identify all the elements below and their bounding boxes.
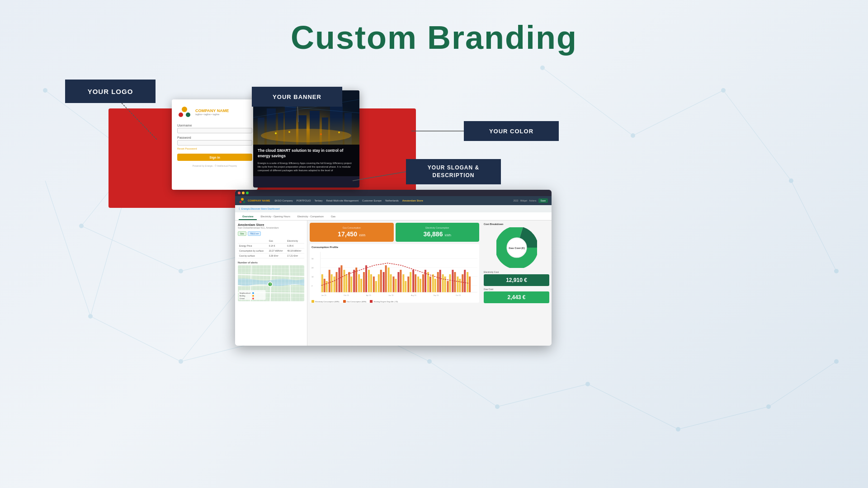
nav-item-portfolio[interactable]: PORTFOLIO: [297, 199, 311, 202]
nav-year[interactable]: 2022: [514, 199, 519, 202]
svg-rect-132: [417, 277, 419, 292]
svg-rect-121: [390, 274, 392, 292]
nav-item-ekso[interactable]: EKSO Company: [274, 199, 292, 202]
password-input[interactable]: [177, 140, 252, 145]
svg-rect-146: [452, 270, 453, 292]
metrics-table: Gas Electricity Energy Price 0.14 € 0.35…: [238, 239, 304, 258]
dashboard-tabs: Overview Electricity - Opening Hours Ele…: [235, 212, 552, 221]
annotation-color-box: YOUR COLOR: [464, 121, 559, 141]
chart-legend: Electricity Consumption (kWh) Gas Consum…: [311, 300, 477, 303]
gas-cost-value: 2,443 €: [488, 294, 545, 300]
svg-line-74: [289, 265, 291, 301]
svg-rect-148: [457, 277, 458, 292]
svg-point-75: [268, 282, 273, 286]
svg-rect-57: [344, 113, 352, 145]
alerts-section: Number of alerts: [238, 261, 304, 301]
svg-point-44: [182, 107, 187, 112]
nav-logo-icon: [239, 197, 246, 204]
nav-widget[interactable]: Widget: [520, 199, 528, 202]
map-placeholder: Neighbourhood Building Critical: [238, 265, 304, 301]
nav-item-retail[interactable]: Retail-Multi-site Management: [326, 199, 359, 202]
svg-rect-76: [239, 290, 266, 300]
login-panel: COMPANY NAME tagline • tagline • tagline…: [172, 99, 258, 190]
elec-consumption: 49.18 kWh/m²: [286, 249, 304, 253]
svg-text:24: 24: [311, 267, 314, 269]
nav-item-customer[interactable]: Customer Europe: [362, 199, 382, 202]
company-sub-text: tagline • tagline • tagline: [195, 113, 229, 116]
reset-password-link[interactable]: Reset Password: [177, 147, 252, 150]
dashboard-sidebar: Amsterdam Store San Ootserlenstraat 511,…: [235, 221, 307, 346]
svg-rect-97: [331, 274, 333, 292]
powered-by-text: Powered by Energis - © Intellectual Prop…: [177, 164, 252, 167]
nav-actions[interactable]: Actions: [529, 199, 536, 202]
maximize-dot: [246, 192, 249, 194]
col-header-electricity: Electricity: [286, 239, 304, 244]
cost-breakdown-title: Cost Breakdown: [484, 223, 549, 225]
svg-point-65: [241, 198, 244, 201]
nav-save-btn[interactable]: Save: [538, 198, 548, 203]
svg-rect-120: [388, 267, 390, 292]
pie-chart-container: Gas Cost (€): [484, 227, 549, 268]
electricity-cost-card: 12,910 €: [484, 274, 549, 286]
svg-rect-68: [238, 265, 304, 301]
svg-rect-113: [370, 274, 372, 292]
gas-cost-label-row: Gas Cost: [484, 288, 549, 291]
svg-rect-144: [447, 281, 449, 292]
svg-rect-93: [321, 274, 323, 292]
tag-site: Site: [238, 231, 246, 236]
svg-rect-56: [330, 104, 343, 145]
window-topbar: [235, 190, 552, 196]
breadcrumb-bar: ⟨ Energis.Discover Store Dashboard: [235, 205, 552, 212]
svg-point-45: [179, 113, 183, 117]
svg-rect-140: [437, 272, 439, 292]
svg-rect-52: [285, 106, 296, 145]
svg-rect-103: [345, 274, 347, 292]
svg-text:Gas Cost (€): Gas Cost (€): [509, 247, 524, 249]
svg-point-80: [252, 292, 254, 294]
svg-rect-98: [334, 277, 335, 292]
metric-label: Cost by surface: [238, 253, 268, 258]
store-name: Amsterdam Store: [238, 223, 304, 226]
nav-right-controls: 2022 Widget Actions Save: [514, 198, 548, 203]
nav-item-amsterdam[interactable]: Amsterdam Store: [402, 199, 423, 202]
store-address: San Ootserlenstraat 511, Amsterdam: [238, 226, 304, 229]
company-header: COMPANY NAME tagline • tagline • tagline: [177, 105, 252, 119]
annotation-slogan-box: YOUR SLOGAN & DESCRIPTION: [406, 159, 501, 184]
dashboard-body: Amsterdam Store San Ootserlenstraat 511,…: [235, 221, 552, 346]
svg-rect-150: [462, 274, 463, 292]
svg-point-82: [252, 298, 254, 300]
svg-rect-139: [434, 279, 436, 292]
kpi-row: Gas Consumption 17,450 kWh Electricity C…: [310, 223, 479, 242]
tab-gas[interactable]: Gas: [327, 214, 339, 220]
minimize-dot: [242, 192, 245, 194]
tab-overview[interactable]: Overview: [239, 214, 257, 220]
svg-rect-100: [339, 267, 340, 292]
nav-item-tertiary[interactable]: Tertiary: [315, 199, 323, 202]
tag-area: 750.0 m²: [248, 231, 261, 236]
kpi-gas-card: Gas Consumption 17,450 kWh: [310, 223, 394, 242]
gas-cost-card: 2,443 €: [484, 291, 549, 303]
tab-electricity-comparison[interactable]: Electricity - Comparison: [294, 214, 327, 220]
dashboard-panel: COMPANY NAME EKSO Company PORTFOLIO Tert…: [235, 190, 552, 346]
svg-point-66: [240, 201, 242, 203]
svg-rect-136: [427, 272, 429, 292]
metric-label: Energy Price: [238, 244, 268, 249]
svg-point-81: [252, 295, 254, 297]
svg-text:Oct '21: Oct '21: [456, 295, 461, 296]
electricity-cost-value: 12,910 €: [488, 277, 545, 283]
gas-cost-label: Gas Cost: [484, 288, 493, 291]
svg-rect-130: [412, 270, 414, 292]
close-dot: [238, 192, 241, 194]
svg-rect-131: [415, 274, 416, 292]
table-row-cost: Cost by surface 3.26 €/m² 17.21 €/m²: [238, 253, 304, 258]
annotation-logo-box: YOUR LOGO: [65, 80, 156, 103]
nav-item-netherlands[interactable]: Netherlands: [385, 199, 399, 202]
sign-in-button[interactable]: Sign in: [177, 154, 252, 161]
svg-line-71: [238, 292, 304, 293]
breadcrumb-link[interactable]: ⟨: [239, 207, 240, 210]
username-input[interactable]: [177, 128, 252, 133]
svg-line-70: [238, 284, 304, 286]
svg-rect-55: [322, 117, 328, 145]
svg-rect-108: [358, 274, 360, 292]
tab-electricity-hours[interactable]: Electricity - Opening Hours: [257, 214, 293, 220]
